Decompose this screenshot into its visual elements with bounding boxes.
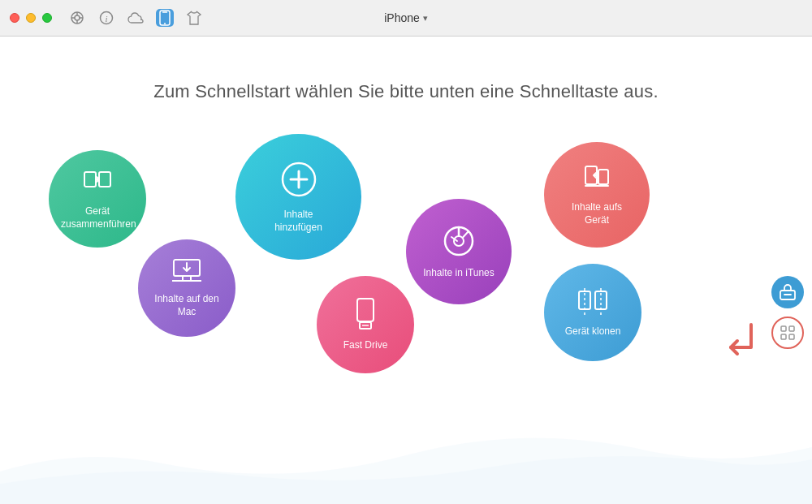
svg-rect-34 bbox=[789, 326, 794, 331]
clone-icon bbox=[577, 287, 608, 321]
minimize-button[interactable] bbox=[26, 13, 36, 23]
wave-decoration bbox=[0, 407, 812, 504]
to-device-button[interactable]: Inhalte aufs Gerät bbox=[544, 142, 650, 248]
fastdrive-icon bbox=[351, 298, 380, 334]
iphone-device-icon[interactable] bbox=[156, 9, 174, 27]
svg-rect-35 bbox=[781, 334, 786, 339]
add-label: Inhalte hinzufügen bbox=[262, 209, 335, 234]
add-icon bbox=[279, 159, 319, 204]
itunes-label: Inhalte in iTunes bbox=[423, 267, 495, 280]
svg-rect-12 bbox=[99, 172, 110, 187]
itunes-icon bbox=[442, 224, 476, 262]
svg-rect-33 bbox=[781, 326, 786, 331]
svg-rect-26 bbox=[598, 170, 608, 184]
maximize-button[interactable] bbox=[42, 13, 52, 23]
device-name-label: iPhone bbox=[384, 11, 420, 24]
svg-text:i: i bbox=[105, 14, 107, 24]
clone-button[interactable]: Gerät klonen bbox=[544, 264, 641, 361]
toolbox-button[interactable] bbox=[771, 276, 804, 308]
svg-point-21 bbox=[454, 236, 464, 246]
grid-view-button[interactable] bbox=[771, 317, 804, 349]
sidebar-right bbox=[763, 73, 812, 504]
itunes-button[interactable]: Inhalte in iTunes bbox=[406, 199, 512, 304]
to-device-icon bbox=[582, 163, 611, 196]
mac-transfer-button[interactable]: Inhalte auf den Mac bbox=[138, 239, 235, 337]
fastdrive-label: Fast Drive bbox=[343, 339, 388, 352]
mac-icon bbox=[171, 258, 202, 288]
chevron-down-icon: ▾ bbox=[423, 13, 428, 24]
add-content-button[interactable]: Inhalte hinzufügen bbox=[235, 134, 361, 260]
fastdrive-button[interactable]: Fast Drive bbox=[317, 276, 414, 373]
svg-point-10 bbox=[164, 23, 166, 24]
svg-point-1 bbox=[75, 15, 80, 20]
device-title[interactable]: iPhone ▾ bbox=[384, 11, 428, 24]
info-icon[interactable]: i bbox=[97, 9, 115, 27]
svg-rect-22 bbox=[357, 299, 374, 321]
main-content: Zum Schnellstart wählen Sie bitte unten … bbox=[0, 37, 812, 504]
traffic-lights bbox=[10, 13, 52, 23]
page-heading: Zum Schnellstart wählen Sie bitte unten … bbox=[0, 37, 812, 102]
arrow-indicator bbox=[715, 317, 759, 361]
titlebar-icons: i bbox=[68, 9, 203, 27]
close-button[interactable] bbox=[10, 13, 19, 23]
cloud-icon[interactable] bbox=[127, 9, 145, 27]
mac-label: Inhalte auf den Mac bbox=[150, 293, 223, 318]
titlebar: i iPhone ▾ bbox=[0, 0, 812, 37]
merge-icon bbox=[83, 167, 112, 200]
quickstart-circles: Gerät zusammenführen Inhalte hinzufügen bbox=[32, 134, 747, 442]
merge-button[interactable]: Gerät zusammenführen bbox=[49, 150, 146, 248]
to-device-label: Inhalte aufs Gerät bbox=[560, 201, 633, 226]
music-icon[interactable] bbox=[68, 9, 86, 27]
shirt-icon[interactable] bbox=[185, 9, 203, 27]
svg-rect-36 bbox=[789, 334, 794, 339]
merge-label: Gerät zusammenführen bbox=[61, 205, 134, 230]
clone-label: Gerät klonen bbox=[565, 325, 621, 338]
svg-rect-11 bbox=[84, 172, 96, 187]
